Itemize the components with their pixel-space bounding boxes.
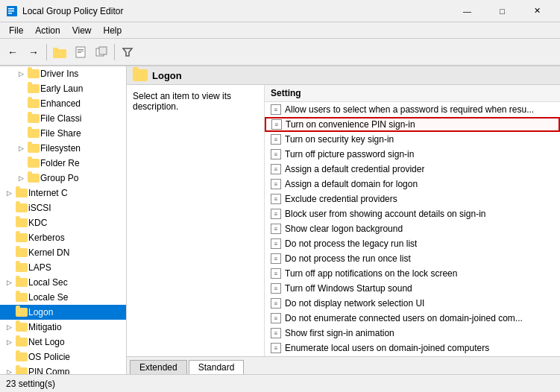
title-bar: Local Group Policy Editor — □ ✕	[0, 0, 560, 22]
policy-icon: ≡	[270, 208, 282, 220]
menu-help[interactable]: Help	[98, 24, 128, 37]
filter-button[interactable]	[118, 42, 137, 62]
folder-icon	[15, 351, 28, 363]
tree-item-fileshare[interactable]: File Share	[0, 126, 126, 141]
settings-item-text: Assign a default domain for logon	[285, 179, 418, 189]
new-window-button[interactable]	[92, 42, 111, 62]
settings-item-13[interactable]: ≡ Do not display network selection UI	[265, 296, 560, 311]
settings-item-1[interactable]: ≡ Turn on convenience PIN sign-in	[265, 117, 560, 132]
settings-header: Setting	[265, 85, 560, 102]
policy-icon: ≡	[270, 312, 282, 324]
settings-item-2[interactable]: ≡ Turn on security key sign-in	[265, 132, 560, 147]
settings-item-10[interactable]: ≡ Do not process the run once list	[265, 251, 560, 266]
expand-icon: ▷	[3, 323, 15, 331]
tree-label: Enhanced	[40, 98, 81, 109]
policy-icon: ≡	[270, 238, 282, 250]
forward-button[interactable]: →	[24, 42, 43, 62]
description-panel: Select an item to view its description.	[127, 85, 265, 356]
tree-item-kerneldom[interactable]: Kernel DN	[0, 245, 126, 260]
tree-item-laps[interactable]: LAPS	[0, 260, 126, 275]
settings-item-6[interactable]: ≡ Exclude credential providers	[265, 192, 560, 206]
tree-item-ospolicies[interactable]: OS Policie	[0, 350, 126, 364]
tree-item-grouppo[interactable]: ▷ Group Po	[0, 171, 126, 186]
folder-icon	[15, 306, 28, 318]
settings-item-11[interactable]: ≡ Turn off app notifications on the lock…	[265, 266, 560, 281]
folder-icon	[27, 142, 40, 154]
maximize-button[interactable]: □	[485, 0, 519, 22]
policy-icon: ≡	[271, 118, 283, 130]
policy-icon: ≡	[270, 223, 282, 235]
settings-panel[interactable]: Setting ≡ Allow users to select when a p…	[265, 85, 560, 356]
tree-label: Net Logo	[28, 337, 65, 347]
expand-icon: ▷	[3, 279, 15, 286]
tree-label: Logon	[28, 307, 53, 317]
menu-action[interactable]: Action	[29, 24, 66, 37]
tree-item-driverins[interactable]: ▷ Driver Ins	[0, 66, 126, 81]
folder-icon	[27, 68, 40, 80]
policy-icon: ≡	[270, 342, 282, 354]
window-controls: — □ ✕	[450, 0, 554, 22]
svg-rect-2	[8, 10, 14, 12]
tree-item-netlogo[interactable]: ▷ Net Logo	[0, 335, 126, 350]
tab-extended[interactable]: Extended	[130, 360, 187, 374]
settings-item-9[interactable]: ≡ Do not process the legacy run list	[265, 236, 560, 251]
properties-button[interactable]	[71, 42, 90, 62]
tree-item-enhanced[interactable]: Enhanced	[0, 96, 126, 111]
policy-icon: ≡	[270, 133, 282, 145]
tree-item-fileclassi[interactable]: File Classi	[0, 111, 126, 126]
menu-file[interactable]: File	[3, 24, 29, 37]
settings-item-text: Enumerate local users on domain-joined c…	[285, 343, 489, 353]
folder-icon	[27, 127, 40, 139]
settings-item-text: Allow users to select when a password is…	[285, 104, 534, 115]
app-title: Local Group Policy Editor	[22, 6, 450, 16]
folder-button[interactable]	[50, 42, 69, 62]
folder-icon	[15, 321, 28, 333]
settings-item-8[interactable]: ≡ Show clear logon background	[265, 221, 560, 236]
tree-item-internetc[interactable]: ▷ Internet C	[0, 186, 126, 200]
right-panel: Logon Select an item to view its descrip…	[127, 66, 560, 374]
settings-item-text: Turn off Windows Startup sound	[285, 283, 412, 294]
settings-item-3[interactable]: ≡ Turn off picture password sign-in	[265, 147, 560, 162]
tree-item-mitigatio[interactable]: ▷ Mitigatio	[0, 320, 126, 335]
tree-item-kdc[interactable]: KDC	[0, 215, 126, 230]
tree-item-earlylaun[interactable]: Early Laun	[0, 81, 126, 96]
settings-item-14[interactable]: ≡ Do not enumerate connected users on do…	[265, 311, 560, 326]
tree-item-logon[interactable]: Logon	[0, 305, 126, 320]
left-panel: ▷ Driver Ins Early Laun Enhanced File Cl…	[0, 66, 127, 374]
tree-item-iscsi[interactable]: iSCSI	[0, 200, 126, 215]
toolbar-separator-2	[114, 44, 115, 60]
expand-icon: ▷	[15, 174, 27, 182]
back-button[interactable]: ←	[3, 42, 22, 62]
menu-bar: File Action View Help	[0, 22, 560, 39]
tree-item-localsec[interactable]: ▷ Local Sec	[0, 275, 126, 290]
toolbar: ← →	[0, 39, 560, 66]
settings-item-7[interactable]: ≡ Block user from showing account detail…	[265, 206, 560, 221]
expand-icon: ▷	[3, 189, 15, 197]
settings-item-0[interactable]: ≡ Allow users to select when a password …	[265, 102, 560, 117]
minimize-button[interactable]: —	[450, 0, 484, 22]
tree-item-folderre[interactable]: Folder Re	[0, 156, 126, 171]
menu-view[interactable]: View	[66, 24, 98, 37]
settings-item-15[interactable]: ≡ Show first sign-in animation	[265, 326, 560, 341]
settings-item-5[interactable]: ≡ Assign a default domain for logon	[265, 177, 560, 192]
tree-label: KDC	[28, 218, 47, 228]
settings-item-text: Turn on security key sign-in	[285, 134, 394, 145]
svg-rect-3	[8, 13, 12, 14]
settings-list: ≡ Allow users to select when a password …	[265, 102, 560, 356]
folder-icon	[27, 83, 40, 95]
tree-item-pincomp[interactable]: ▷ PIN Comp	[0, 364, 126, 374]
tree-label: Kerberos	[28, 233, 65, 243]
settings-item-12[interactable]: ≡ Turn off Windows Startup sound	[265, 281, 560, 296]
close-button[interactable]: ✕	[520, 0, 554, 22]
policy-icon: ≡	[270, 104, 282, 116]
settings-item-4[interactable]: ≡ Assign a default credential provider	[265, 162, 560, 177]
tree-item-localese[interactable]: Locale Se	[0, 290, 126, 305]
folder-icon	[27, 98, 40, 110]
tree-view[interactable]: ▷ Driver Ins Early Laun Enhanced File Cl…	[0, 66, 126, 374]
settings-item-text: Assign a default credential provider	[285, 164, 424, 174]
svg-rect-7	[78, 49, 84, 50]
tab-standard[interactable]: Standard	[189, 360, 245, 374]
tree-item-kerberos[interactable]: Kerberos	[0, 230, 126, 245]
settings-item-16[interactable]: ≡ Enumerate local users on domain-joined…	[265, 341, 560, 355]
tree-item-filesystem[interactable]: ▷ Filesysten	[0, 141, 126, 156]
